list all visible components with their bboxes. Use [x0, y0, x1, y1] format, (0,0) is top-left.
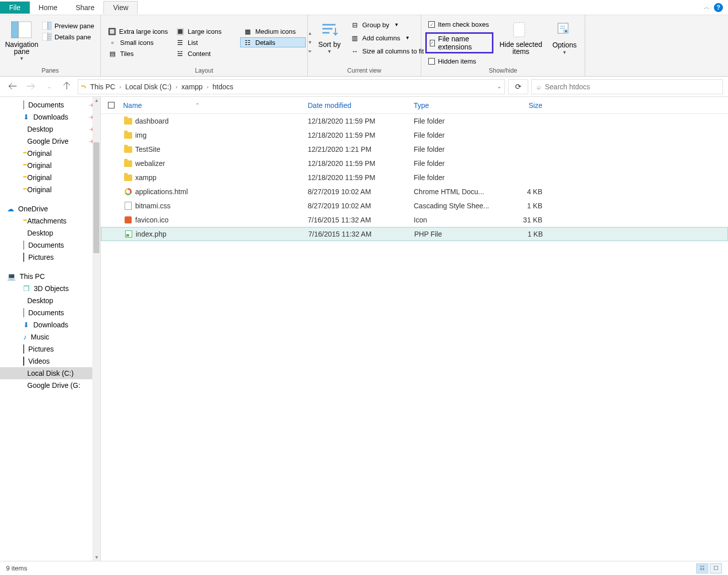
file-name-extensions-toggle[interactable]: ✓File name extensions [425, 32, 493, 53]
file-size: 31 KB [502, 216, 552, 224]
minimize-ribbon-icon[interactable]: ︿ [704, 3, 710, 12]
column-size[interactable]: Size [502, 101, 552, 109]
tree-item[interactable]: ❒3D Objects [0, 282, 100, 295]
layout-details[interactable]: ☷Details [240, 37, 306, 47]
tree-item[interactable]: Original [0, 184, 100, 196]
breadcrumb-dropdown[interactable]: ⌄ [497, 83, 501, 90]
file-date: 12/18/2020 11:59 PM [308, 159, 414, 167]
hidden-items-toggle[interactable]: Hidden items [425, 56, 493, 66]
breadcrumb-segment[interactable]: htdocs [211, 83, 234, 91]
tree-item[interactable]: Videos [0, 355, 100, 367]
column-date[interactable]: Date modified [308, 101, 414, 109]
options-button[interactable]: Options ▼ [548, 18, 581, 57]
up-button[interactable]: 🡡 [60, 81, 75, 92]
file-name: webalizer [135, 159, 308, 167]
nav-tree: Documents📌⬇Downloads📌Desktop📌Google Driv… [0, 97, 101, 561]
file-type: File folder [414, 159, 502, 167]
chevron-right-icon: › [84, 84, 86, 90]
preview-pane-button[interactable]: Preview pane [39, 21, 97, 31]
tree-item-label: Downloads [33, 113, 68, 121]
file-row[interactable]: applications.html 8/27/2019 10:02 AM Chr… [101, 185, 728, 199]
file-row[interactable]: dashboard 12/18/2020 11:59 PM File folde… [101, 114, 728, 128]
tree-item[interactable]: Desktop [0, 295, 100, 307]
breadcrumb[interactable]: › This PC › Local Disk (C:) › xampp › ht… [78, 79, 505, 94]
sort-icon [319, 20, 340, 40]
search-icon: ⌕ [537, 83, 541, 91]
tab-file[interactable]: File [0, 2, 30, 14]
chevron-down-icon: ▼ [394, 22, 399, 27]
layout-small[interactable]: ▫Small icons [105, 37, 171, 47]
tree-item[interactable]: Original [0, 147, 100, 159]
tree-item[interactable]: ♪Music [0, 331, 100, 343]
tree-item[interactable]: Pictures [0, 343, 100, 355]
tree-item[interactable]: Local Disk (C:) [0, 367, 100, 379]
sort-by-button[interactable]: Sort by ▼ [312, 18, 347, 56]
file-row[interactable]: TestSite 12/21/2020 1:21 PM File folder [101, 142, 728, 156]
select-all-checkbox[interactable] [108, 102, 115, 108]
tree-thispc[interactable]: 💻This PC [0, 270, 100, 282]
svg-rect-1 [19, 22, 31, 38]
recent-dropdown[interactable]: ⌄ [41, 83, 57, 90]
file-row[interactable]: img 12/18/2020 11:59 PM File folder [101, 128, 728, 142]
tree-item-label: Original [27, 161, 51, 169]
tree-item[interactable]: Attachments [0, 215, 100, 227]
tree-item[interactable]: Desktop📌 [0, 123, 100, 135]
breadcrumb-segment[interactable]: Local Disk (C:) [124, 83, 173, 91]
tab-home[interactable]: Home [30, 2, 67, 14]
scrollbar-thumb[interactable] [93, 142, 99, 253]
file-type: File folder [414, 145, 502, 153]
view-details-button[interactable]: ☷ [696, 563, 708, 573]
breadcrumb-segment[interactable]: This PC [89, 83, 117, 91]
tree-item[interactable]: Pictures [0, 251, 100, 263]
tab-view[interactable]: View [103, 1, 138, 14]
help-icon[interactable]: ? [714, 3, 723, 12]
tree-item[interactable]: ⬇Downloads📌 [0, 111, 100, 123]
view-large-button[interactable]: ☐ [710, 563, 722, 573]
tree-item[interactable]: Google Drive📌 [0, 135, 100, 147]
add-columns-button[interactable]: ▥Add columns▼ [347, 33, 427, 43]
file-row[interactable]: webalizer 12/18/2020 11:59 PM File folde… [101, 156, 728, 170]
layout-extra-large[interactable]: 🔲Extra large icons [105, 26, 171, 36]
tree-item[interactable]: Documents📌 [0, 99, 100, 111]
details-pane-button[interactable]: Details pane [39, 32, 97, 42]
size-columns-button[interactable]: ↔Size all columns to fit [347, 46, 427, 56]
tree-item[interactable]: Original [0, 171, 100, 184]
hide-selected-button[interactable]: Hide selected items [493, 18, 548, 57]
file-name: applications.html [135, 188, 308, 196]
file-row[interactable]: favicon.ico 7/16/2015 11:32 AM Icon 31 K… [101, 213, 728, 227]
file-name: favicon.ico [135, 216, 308, 224]
group-currentview-label: Current view [312, 67, 417, 75]
refresh-button[interactable]: ⟳ [508, 79, 528, 94]
scrollbar[interactable]: ▲ ▼ [92, 97, 100, 561]
breadcrumb-segment[interactable]: xampp [181, 83, 204, 91]
tree-item[interactable]: Documents [0, 239, 100, 251]
layout-tiles[interactable]: ▤Tiles [105, 48, 171, 59]
layout-large[interactable]: 🔳Large icons [173, 26, 238, 36]
file-row[interactable]: bitnami.css 8/27/2019 10:02 AM Cascading… [101, 199, 728, 213]
options-icon [554, 20, 575, 40]
column-name[interactable]: Name⌃ [121, 101, 308, 109]
layout-medium[interactable]: ▦Medium icons [240, 26, 306, 36]
search-input[interactable] [545, 83, 717, 91]
layout-content[interactable]: ☱Content [173, 48, 238, 59]
tree-item-label: Pictures [28, 345, 54, 353]
file-row[interactable]: xampp 12/18/2020 11:59 PM File folder [101, 170, 728, 185]
tree-item[interactable]: Google Drive (G: [0, 379, 100, 391]
group-icon: ⊟ [350, 21, 359, 29]
forward-button[interactable]: 🡢 [23, 81, 38, 92]
tree-item[interactable]: Documents [0, 307, 100, 319]
tree-onedrive[interactable]: ☁OneDrive [0, 203, 100, 215]
tree-item[interactable]: Desktop [0, 227, 100, 239]
tree-item[interactable]: Original [0, 159, 100, 171]
navigation-pane-button[interactable]: Navigation pane ▼ [4, 18, 39, 63]
back-button[interactable]: 🡠 [5, 81, 20, 92]
xampp-icon [121, 216, 135, 223]
tab-share[interactable]: Share [67, 2, 103, 14]
tree-item[interactable]: ⬇Downloads [0, 319, 100, 331]
file-row[interactable]: index.php 7/16/2015 11:32 AM PHP File 1 … [101, 227, 728, 241]
layout-list[interactable]: ☰List [173, 37, 238, 47]
item-checkboxes-toggle[interactable]: ✓Item check boxes [425, 20, 493, 29]
group-by-button[interactable]: ⊟Group by▼ [347, 20, 427, 30]
column-type[interactable]: Type [414, 101, 502, 109]
search-box[interactable]: ⌕ [531, 79, 723, 94]
